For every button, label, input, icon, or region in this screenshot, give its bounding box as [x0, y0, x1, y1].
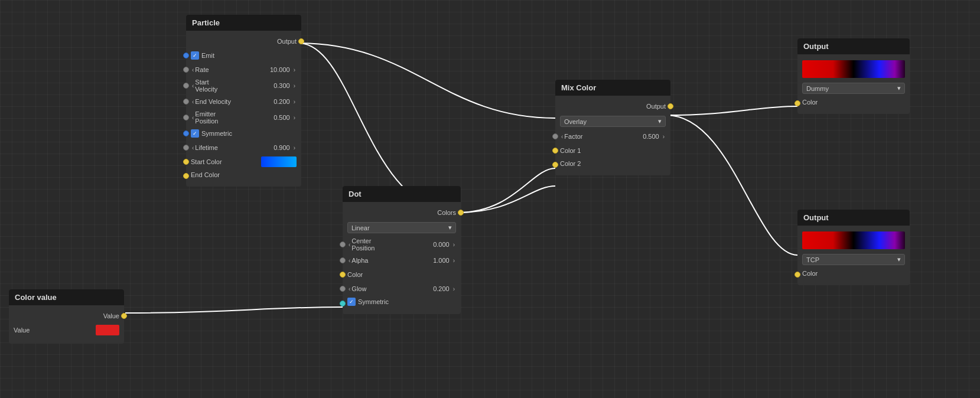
end-color-label: End Color: [191, 171, 297, 178]
dot-center-left-arrow[interactable]: ‹: [347, 242, 351, 248]
dot-center-position-socket[interactable]: [340, 242, 346, 247]
color-value-node: Color value Value Value: [9, 289, 124, 344]
tcp-color-label: Color: [802, 270, 905, 277]
mix-color-output-label: Output: [560, 103, 666, 110]
dot-linear-arrow: ▾: [448, 224, 452, 231]
dot-colors-socket[interactable]: [458, 210, 464, 216]
mix-color-color2-label: Color 2: [560, 160, 666, 167]
emit-row: ✓ Emit: [186, 48, 301, 63]
dot-color-socket[interactable]: [340, 272, 346, 278]
emitter-position-label: EmitterPosition: [195, 110, 271, 125]
tcp-color-socket[interactable]: [795, 272, 800, 278]
dot-alpha-left-arrow[interactable]: ‹: [347, 257, 351, 264]
emitter-position-value: 0.500: [274, 114, 290, 121]
particle-output-socket[interactable]: [298, 38, 304, 44]
emitter-position-row: ‹ EmitterPosition 0.500 ›: [186, 109, 301, 126]
factor-value: 0.500: [643, 133, 659, 140]
dummy-output-title: Output: [797, 38, 910, 54]
tcp-output-node: Output TCP ▾ Color: [797, 210, 910, 285]
symmetric-label: Symmetric: [201, 130, 297, 137]
end-velocity-right-arrow[interactable]: ›: [292, 99, 297, 105]
tcp-color-bar: [802, 231, 905, 249]
dot-symmetric-label: Symmetric: [358, 298, 456, 305]
tcp-color-row: Color: [797, 267, 910, 282]
start-velocity-row: ‹ StartVelocity 0.300 ›: [186, 77, 301, 94]
dot-glow-right-arrow[interactable]: ›: [452, 286, 456, 292]
dot-glow-left-arrow[interactable]: ‹: [347, 286, 351, 292]
factor-left-arrow[interactable]: ‹: [560, 133, 564, 140]
dot-alpha-row: ‹ Alpha 1.000 ›: [343, 253, 461, 267]
dummy-color-socket[interactable]: [795, 100, 800, 106]
dot-alpha-label: Alpha: [351, 257, 431, 264]
start-velocity-right-arrow[interactable]: ›: [292, 83, 297, 89]
dot-color-label: Color: [347, 271, 456, 278]
lifetime-value: 0.900: [274, 144, 290, 151]
color-value-output-socket[interactable]: [121, 313, 127, 319]
start-velocity-socket[interactable]: [183, 83, 189, 89]
mix-color-color2-socket[interactable]: [552, 162, 558, 168]
emitter-position-right-arrow[interactable]: ›: [292, 115, 297, 121]
emit-checkbox[interactable]: ✓: [191, 51, 199, 60]
tcp-dropdown-row: TCP ▾: [797, 252, 910, 267]
dot-linear-dropdown[interactable]: Linear ▾: [347, 222, 456, 233]
mix-color-node: Mix Color Output Overlay ▾ ‹ Factor 0.50…: [555, 80, 670, 175]
tcp-dropdown[interactable]: TCP ▾: [802, 254, 905, 265]
mix-color-factor-row: ‹ Factor 0.500 ›: [555, 129, 670, 143]
end-velocity-left-arrow[interactable]: ‹: [191, 99, 195, 105]
start-color-swatch[interactable]: [261, 156, 297, 167]
emitter-position-left-arrow[interactable]: ‹: [191, 115, 195, 121]
dot-center-position-label: CenterPosition: [351, 237, 431, 252]
emitter-position-socket[interactable]: [183, 115, 189, 120]
mix-color-color1-socket[interactable]: [552, 148, 558, 154]
end-velocity-socket[interactable]: [183, 99, 189, 105]
dot-symmetric-checkbox[interactable]: ✓: [347, 298, 356, 306]
rate-row: ‹ Rate 10.000 ›: [186, 63, 301, 77]
dummy-color-bar: [802, 60, 905, 78]
start-velocity-left-arrow[interactable]: ‹: [191, 83, 195, 89]
dot-symmetric-row: ✓ Symmetric: [343, 296, 461, 311]
dot-glow-socket[interactable]: [340, 286, 346, 292]
color-value-output-row: Value: [9, 309, 124, 323]
symmetric-socket[interactable]: [183, 131, 189, 136]
dummy-dropdown-row: Dummy ▾: [797, 80, 910, 96]
dot-alpha-socket[interactable]: [340, 257, 346, 263]
lifetime-label: Lifetime: [195, 144, 271, 151]
overlay-arrow: ▾: [658, 118, 662, 125]
dot-node: Dot Colors Linear ▾ ‹ CenterPosition 0.0…: [343, 186, 461, 314]
rate-right-arrow[interactable]: ›: [292, 67, 297, 73]
start-color-row: Start Color: [186, 155, 301, 169]
start-color-socket[interactable]: [183, 159, 189, 165]
symmetric-checkbox[interactable]: ✓: [191, 129, 199, 138]
mix-color-overlay-label: Overlay: [564, 118, 587, 125]
lifetime-row: ‹ Lifetime 0.900 ›: [186, 141, 301, 155]
emit-label: Emit: [201, 52, 297, 59]
mix-color-factor-socket[interactable]: [552, 133, 558, 139]
factor-right-arrow[interactable]: ›: [662, 133, 666, 140]
dummy-dropdown[interactable]: Dummy ▾: [802, 83, 905, 94]
mix-color-output-socket[interactable]: [668, 103, 673, 109]
dot-node-title: Dot: [343, 186, 461, 202]
particle-node-title: Particle: [186, 15, 301, 31]
rate-socket[interactable]: [183, 67, 189, 73]
dot-colors-label: Colors: [347, 209, 456, 216]
color-value-swatch[interactable]: [96, 325, 119, 335]
lifetime-right-arrow[interactable]: ›: [292, 145, 297, 151]
dot-colors-row: Colors: [343, 205, 461, 220]
rate-left-arrow[interactable]: ‹: [191, 67, 195, 73]
dot-glow-row: ‹ Glow 0.200 ›: [343, 282, 461, 296]
start-color-label: Start Color: [191, 158, 261, 165]
emit-socket[interactable]: [183, 53, 189, 58]
end-color-socket[interactable]: [183, 173, 189, 179]
rate-label: Rate: [195, 66, 268, 73]
dot-center-right-arrow[interactable]: ›: [452, 242, 456, 248]
tcp-dropdown-label: TCP: [806, 256, 819, 263]
dot-alpha-right-arrow[interactable]: ›: [452, 257, 456, 264]
lifetime-socket[interactable]: [183, 145, 189, 151]
lifetime-left-arrow[interactable]: ‹: [191, 145, 195, 151]
rate-value: 10.000: [270, 66, 290, 73]
dot-symmetric-socket[interactable]: [340, 301, 346, 306]
dummy-dropdown-label: Dummy: [806, 85, 829, 92]
dot-center-position-value: 0.000: [433, 241, 450, 248]
tcp-output-title: Output: [797, 210, 910, 226]
mix-color-overlay-dropdown[interactable]: Overlay ▾: [560, 116, 666, 127]
